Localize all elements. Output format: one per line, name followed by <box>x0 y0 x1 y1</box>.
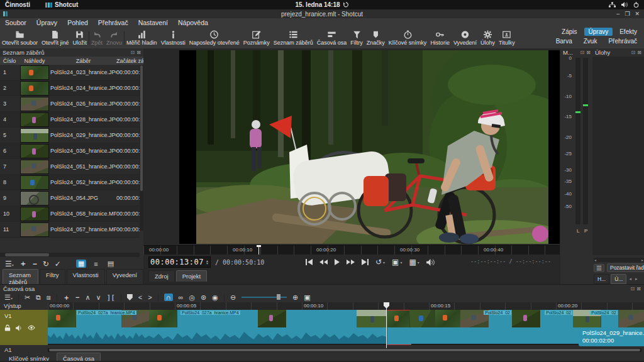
player-volume-button[interactable] <box>426 259 435 266</box>
maximize-button[interactable]: ❒ <box>625 11 630 17</box>
playlist-row[interactable]: 7PolSlo24_051_hranice.JPG00:00:00:00 <box>0 159 140 175</box>
view-icons-icon[interactable]: ▤ <box>106 260 116 268</box>
close-panel-icon[interactable]: ⊠ <box>637 50 641 55</box>
focused-app-name[interactable]: Shotcut <box>55 1 78 8</box>
copy-icon[interactable]: ⧉ <box>36 293 41 302</box>
undo-button[interactable]: Zpět <box>89 28 104 48</box>
jobs-menu-icon[interactable]: ☰ <box>594 264 604 272</box>
jobs-button[interactable]: Úlohy <box>479 28 497 48</box>
timeline-clip[interactable]: PolSlo24_02 <box>512 310 574 344</box>
menu-nastaveni[interactable]: Nastavení <box>133 19 173 26</box>
col-zaber[interactable]: Záběr <box>50 58 116 64</box>
menu-prehravac[interactable]: Přehrávač <box>93 19 133 26</box>
minimize-button[interactable]: – <box>616 11 619 17</box>
view-details-icon[interactable]: ▦ <box>76 260 86 268</box>
player-playhead[interactable] <box>258 245 259 255</box>
titles-button[interactable]: Titulky <box>497 28 517 48</box>
split-icon[interactable]: ][ <box>107 293 115 302</box>
skip-to-end-button[interactable] <box>362 259 369 265</box>
loop-button[interactable]: ↺▾ <box>375 258 385 266</box>
menu-napoveda[interactable]: Nápověda <box>173 19 213 26</box>
tab-scroll-arrows[interactable]: ◂ ▸ <box>628 277 638 282</box>
float-panel-icon[interactable]: ⊡ <box>631 286 635 292</box>
menu-soubor[interactable]: Soubor <box>0 19 31 26</box>
properties-button[interactable]: Vlastnosti <box>159 28 187 48</box>
playlist-row[interactable]: 2PolSlo24_024_hranice.JPG00:00:00:00 <box>0 80 140 96</box>
overwrite-icon[interactable]: ∨ <box>96 293 101 302</box>
col-zacatek[interactable]: Začátek záběru <box>116 58 143 64</box>
float-panel-icon[interactable]: ⊡ <box>580 50 585 55</box>
timeline-clip[interactable] <box>410 310 436 344</box>
ripple-delete-icon[interactable]: − <box>75 293 79 301</box>
playlist-row[interactable]: 3PolSlo24_026_hranice.JPG00:00:00:00 <box>0 96 140 112</box>
timeline-clip[interactable] <box>435 310 461 344</box>
timeline-clip[interactable]: PolSlo24_02 <box>460 310 513 344</box>
ripple-icon[interactable]: ◎ <box>189 293 195 302</box>
open-file-button[interactable]: Otevřít soubor <box>0 28 40 48</box>
zoom-out-icon[interactable]: ⊖ <box>230 293 236 302</box>
playlist-column-headers[interactable]: Číslo Náhledy Záběr Začátek záběru <box>0 57 143 65</box>
window-title-bar[interactable]: prejezd_hranice.mlt - Shotcut – ❒ ✕ <box>0 9 644 18</box>
playlist-row[interactable]: 11PolSlo24_057_hranice.MP400:00:00:00 <box>0 222 140 238</box>
timeline-playhead[interactable] <box>386 302 387 349</box>
col-nahledy[interactable]: Náhledy <box>19 58 50 64</box>
playlist-row[interactable]: 8PolSlo24_052_hranice.JPG00:00:00:00 <box>0 175 140 190</box>
export-button[interactable]: Vyvedení <box>452 28 479 48</box>
filters-button[interactable]: Filtry <box>348 28 365 48</box>
timeline-clip-selected[interactable] <box>387 310 411 345</box>
view-tiles-icon[interactable]: ≡ <box>92 260 99 268</box>
layout-zapis[interactable]: Zápis <box>557 28 581 36</box>
skip-to-start-button[interactable] <box>306 259 313 265</box>
playlist-row[interactable]: 4PolSlo24_028_hranice.JPG00:00:00:00 <box>0 112 140 128</box>
zoom-in-icon[interactable]: ⊕ <box>292 293 298 302</box>
menu-pohled[interactable]: Pohled <box>62 19 93 26</box>
apply-icon[interactable]: ✓ <box>55 260 61 268</box>
save-button[interactable]: Uložit <box>71 28 89 48</box>
timeline-button[interactable]: Časová osa <box>315 28 349 48</box>
open-other-button[interactable]: Otevřít jiné <box>40 28 71 48</box>
snap-icon[interactable]: ∩ <box>164 293 173 301</box>
video-track-head[interactable]: V1 <box>0 310 48 345</box>
audio-meter-button[interactable]: Měřič hladin <box>125 28 159 48</box>
append-icon[interactable]: ＋ <box>19 258 27 269</box>
hide-icon[interactable] <box>28 325 35 331</box>
scrub-while-dragging-icon[interactable]: ∞ <box>179 293 184 301</box>
playlist-row[interactable]: 5PolSlo24_029_hranice.JPG00:00:00:00 <box>0 128 140 143</box>
notes-button[interactable]: Poznámky <box>242 28 272 48</box>
timeline-menu-icon[interactable]: ☰▾ <box>4 293 13 302</box>
timeline-ruler[interactable]: 00:00:00 00:00:05 00:00:10 00:00:15 00:0… <box>48 302 644 310</box>
ripple-all-tracks-icon[interactable]: ⊛ <box>201 293 206 302</box>
ripple-markers-icon[interactable]: ◉ <box>212 293 218 302</box>
close-panel-icon[interactable]: ⊠ <box>586 50 591 55</box>
layout-prehravac[interactable]: Přehrávač <box>604 37 641 45</box>
zoom-fit-icon[interactable]: ▣ <box>304 293 310 302</box>
timeline-horizontal-scrollbar[interactable] <box>48 348 641 352</box>
redo-button[interactable]: Znovu <box>104 28 124 48</box>
close-button[interactable]: ✕ <box>635 11 640 17</box>
playlist-row[interactable]: 9PolSlo24_054.JPG00:00:00:00 <box>0 190 140 206</box>
layout-efekty[interactable]: Efekty <box>615 28 641 36</box>
timecode-spinner[interactable]: ▲▼ <box>204 260 209 265</box>
prev-marker-icon[interactable]: < <box>138 293 142 301</box>
menu-upravy[interactable]: Úpravy <box>31 19 62 26</box>
jobs-scrollbar[interactable]: ◂▸ <box>594 258 644 262</box>
clock[interactable]: 15. ledna 14:18 <box>295 1 348 8</box>
grid-button[interactable]: ▦▾ <box>409 258 419 266</box>
layout-upravy[interactable]: Úpravy <box>584 28 613 36</box>
layout-barva[interactable]: Barva <box>552 37 577 45</box>
zoom-fit-button[interactable]: ▣▾ <box>392 258 402 266</box>
timeline-output-label[interactable]: Výstup <box>0 302 48 310</box>
system-tray[interactable] <box>609 2 644 8</box>
playlist-row[interactable]: 6PolSlo24_036_hranice.JPG00:00:00:00 <box>0 143 140 159</box>
play-button[interactable] <box>335 259 340 265</box>
close-panel-icon[interactable]: ⊠ <box>636 286 641 292</box>
playlist-menu-icon[interactable]: ☰▾ <box>5 260 14 268</box>
activities-button[interactable]: Činnosti <box>0 1 35 8</box>
append-icon[interactable]: ＋ <box>63 293 70 302</box>
paste-icon[interactable]: ⧈ <box>47 293 51 302</box>
lock-icon[interactable] <box>4 324 11 331</box>
col-cislo[interactable]: Číslo <box>0 58 19 64</box>
history-button[interactable]: Historie <box>428 28 452 48</box>
tab-ulohy[interactable]: Ú... <box>611 274 626 284</box>
cut-icon[interactable]: ✂ <box>25 293 30 302</box>
